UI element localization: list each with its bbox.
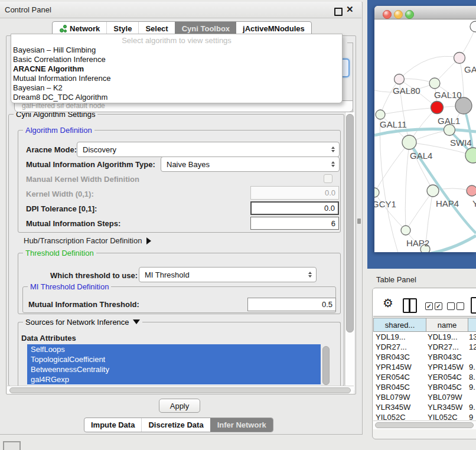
table-cell: 13 <box>467 332 476 342</box>
combo-arrows-icon <box>331 161 335 167</box>
network-edge-highlighted <box>374 129 476 135</box>
dropdown-item[interactable]: Mutual Information Inference <box>11 74 342 83</box>
settings-hscrollbar-thumb[interactable] <box>9 387 351 393</box>
control-panel-header[interactable] <box>0 2 361 18</box>
data-attribute-item[interactable]: BetweennessCentrality <box>27 364 321 374</box>
table-row[interactable]: YBR043CYBR043C <box>373 352 476 362</box>
network-edge <box>380 107 437 115</box>
data-attribute-item[interactable]: gal4RGexp <box>27 374 321 384</box>
node-label: GCY1 <box>374 199 396 209</box>
network-node[interactable] <box>454 53 465 64</box>
dropdown-item[interactable]: Basic Correlation Inference <box>11 55 342 64</box>
sources-group-toggle[interactable]: Sources for Network Inference <box>23 318 142 327</box>
dpi-tolerance-field[interactable]: 0.0 <box>250 201 339 215</box>
close-icon[interactable]: ✕ <box>346 4 354 15</box>
table-cell: YLR345W <box>425 402 467 412</box>
table-cell: YPR145W <box>373 362 425 372</box>
mi-type-combo[interactable]: Naive Bayes <box>161 156 340 172</box>
which-threshold-value: MI Threshold <box>145 270 190 279</box>
mi-steps-label: Mutual Information Steps: <box>26 219 120 228</box>
dropdown-item[interactable]: Bayesian – Hill Climbing <box>11 45 342 55</box>
screen: Control Panel ✕ NetworkStyleSelectCyni T… <box>0 0 476 450</box>
manual-kernel-label: Manual Kernel Width Definition <box>26 175 139 184</box>
table-cell: YDR27... <box>373 342 425 352</box>
table-cell: YBR043C <box>373 352 425 362</box>
node-label: GAL <box>464 64 476 74</box>
network-canvas[interactable]: GALGAL80GAL10GAL1GAL11GAL4SWI4GCY1HAP4YH… <box>374 19 476 252</box>
kernel-width-field[interactable]: 0.0 <box>250 186 339 200</box>
table-row[interactable]: YDR27...YDR27...12 <box>373 342 476 352</box>
network-edge-highlighted <box>431 236 476 252</box>
table-cell: 9. <box>467 382 476 392</box>
split-panel-icon[interactable] <box>403 298 417 313</box>
float-window-icon[interactable] <box>334 8 343 16</box>
split-pane-handle[interactable] <box>357 219 361 224</box>
select-all-columns-icon[interactable]: ✓✓ <box>425 302 442 310</box>
table-row[interactable]: YDL19...YDL19...13 <box>373 332 476 342</box>
table-cell: YLR345W <box>373 402 425 412</box>
network-node[interactable] <box>470 21 476 32</box>
network-node[interactable] <box>374 188 379 197</box>
table-cell: 9 <box>467 412 476 420</box>
mi-threshold-field[interactable]: 0.5 <box>247 298 336 311</box>
settings-scrollbar-thumb[interactable] <box>346 114 354 332</box>
mi-steps-field[interactable]: 6 <box>250 217 339 230</box>
table-row[interactable]: YER054CYER054C8. <box>373 372 476 382</box>
column-header-cut[interactable] <box>468 318 476 332</box>
zoom-traffic-light-icon[interactable] <box>405 10 414 19</box>
network-edge <box>406 191 433 230</box>
mi-threshold-label: Mutual Information Threshold: <box>28 300 139 309</box>
network-node[interactable] <box>376 110 385 119</box>
aracne-mode-combo[interactable]: Discovery <box>77 142 340 157</box>
network-node[interactable] <box>429 78 440 89</box>
tab-infer-network[interactable]: Infer Network <box>210 418 273 432</box>
table-row[interactable]: YBL079WYBL079W <box>373 392 476 402</box>
apply-button[interactable]: Apply <box>159 399 200 413</box>
network-node[interactable] <box>444 125 455 136</box>
minimized-panel-icon[interactable] <box>3 441 21 450</box>
minimize-traffic-light-icon[interactable] <box>394 10 403 19</box>
network-node[interactable] <box>431 102 444 114</box>
attributes-list-scrollbar[interactable] <box>322 346 330 385</box>
network-edge <box>374 193 406 230</box>
column-header-name[interactable]: name <box>426 318 468 332</box>
manual-kernel-checkbox[interactable] <box>324 174 332 183</box>
data-attribute-item[interactable]: SelfLoops <box>27 344 321 354</box>
network-node[interactable] <box>455 97 472 114</box>
dropdown-placeholder: Select algorithm to view settings <box>11 34 342 45</box>
dropdown-item[interactable]: Bayesian – K2 <box>11 83 342 93</box>
dpi-tolerance-label: DPI Tolerance [0,1]: <box>26 204 97 213</box>
table-cell: YBR045C <box>373 382 425 392</box>
close-traffic-light-icon[interactable] <box>383 10 392 19</box>
network-node[interactable] <box>401 226 410 235</box>
tab-label: Style <box>113 24 132 33</box>
which-threshold-combo[interactable]: MI Threshold <box>139 267 317 282</box>
table-cell: YDR27... <box>425 342 467 352</box>
column-header-shared-[interactable]: shared... <box>373 318 426 332</box>
unselect-all-columns-icon[interactable] <box>447 302 464 310</box>
data-attribute-item[interactable]: TopologicalCoefficient <box>27 354 321 364</box>
hub-section-toggle[interactable]: Hub/Transcription Factor Definition <box>24 236 151 245</box>
network-node[interactable] <box>395 74 405 84</box>
tab-impute-data[interactable]: Impute Data <box>84 418 141 432</box>
node-label: SWI4 <box>450 138 472 148</box>
table-cell: 12 <box>467 342 476 352</box>
network-node[interactable] <box>467 185 476 196</box>
network-node[interactable] <box>402 135 416 149</box>
tab-label: Infer Network <box>217 420 266 429</box>
node-label: HAP2 <box>406 238 429 248</box>
table-row[interactable]: YIL052CYIL052C9 <box>373 412 476 420</box>
tab-label: jActiveMNodules <box>243 24 305 33</box>
network-node[interactable] <box>427 185 439 197</box>
combo-arrows-icon <box>308 272 312 278</box>
table-row[interactable]: YPR145WYPR145W9. <box>373 362 476 372</box>
table-row[interactable]: YLR345WYLR345W9. <box>373 402 476 412</box>
table-row[interactable]: YBR045CYBR045C9. <box>373 382 476 392</box>
tab-discretize-data[interactable]: Discretize Data <box>141 418 210 432</box>
tab-label: Impute Data <box>91 420 135 429</box>
dropdown-item[interactable]: ARACNE Algorithm <box>11 64 342 74</box>
table-hscrollbar-thumb[interactable] <box>375 422 474 428</box>
gear-icon[interactable]: ⚙ <box>383 296 393 310</box>
document-icon[interactable] <box>471 297 476 314</box>
dropdown-item[interactable]: Dream8 DC_TDC Algorithm <box>11 93 342 102</box>
